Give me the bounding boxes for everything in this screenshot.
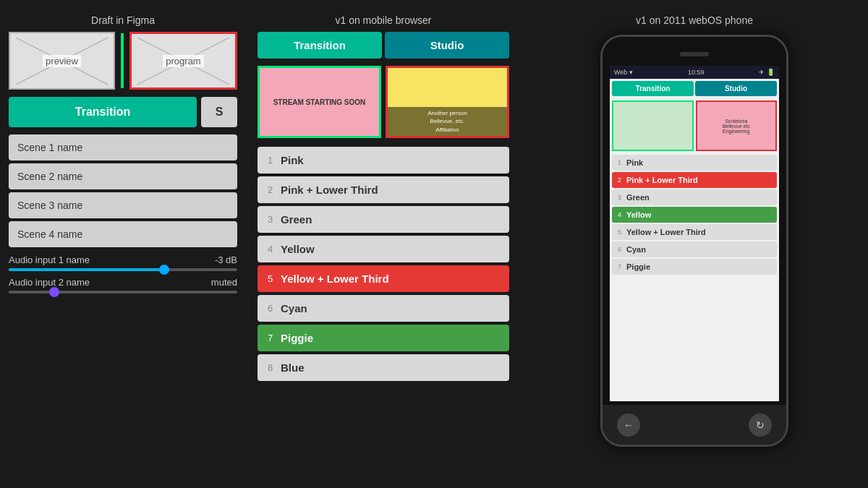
phone-preview-text: ScritelonaBellevue etcEngineering: [721, 117, 752, 135]
left-panel: Draft in Figma preview program Transitio…: [0, 0, 246, 488]
phone-scene-1-num: 1: [618, 159, 626, 166]
program-box: program: [129, 32, 237, 90]
phone-tab-row: Transition Studio: [610, 79, 779, 98]
audio2-fill: [9, 291, 54, 294]
phone-scene-4-num: 4: [618, 211, 626, 218]
mid-panel: v1 on mobile browser Transition Studio S…: [246, 0, 521, 488]
mid-tab-studio[interactable]: Studio: [385, 32, 509, 59]
audio2-slider-track[interactable]: [9, 291, 237, 294]
scene-item-3[interactable]: Scene 3 name: [9, 192, 237, 218]
mid-scene-1-num: 1: [268, 155, 281, 166]
phone-scene-6-label: Cyan: [626, 245, 646, 254]
mid-scene-8-num: 8: [268, 362, 281, 373]
audio-section: Audio input 1 name -3 dB Audio input 2 n…: [9, 254, 237, 294]
mid-scene-3[interactable]: 3 Green: [258, 206, 509, 233]
phone-speaker: [680, 52, 709, 56]
right-title: v1 on 2011 webOS phone: [636, 7, 753, 32]
audio-row-1: Audio input 1 name -3 dB: [9, 254, 237, 271]
mid-scene-4-label: Yellow: [281, 243, 315, 255]
phone-scene-2-label: Pink + Lower Third: [626, 176, 698, 184]
scene-item-2[interactable]: Scene 2 name: [9, 163, 237, 189]
phone-scene-7-num: 7: [618, 263, 626, 270]
mid-scene-5-label: Yellow + Lower Third: [281, 273, 389, 285]
mid-scene-5[interactable]: 5 Yellow + Lower Third: [258, 265, 509, 292]
audio-header-1: Audio input 1 name -3 dB: [9, 254, 237, 265]
phone-scene-7[interactable]: 7 Piggie: [612, 259, 777, 275]
phone-back-btn[interactable]: ←: [617, 414, 640, 437]
green-bar: [121, 33, 124, 88]
mid-scene-3-label: Green: [281, 213, 312, 226]
mid-scene-7-label: Piggie: [281, 332, 313, 344]
phone-scene-6[interactable]: 6 Cyan: [612, 241, 777, 257]
stream-text: STREAM STARTING SOON: [273, 98, 366, 106]
transition-button[interactable]: Transition: [9, 97, 197, 127]
phone-scene-4-label: Yellow: [626, 210, 651, 219]
mid-tab-row: Transition Studio: [258, 32, 509, 59]
mid-title: v1 on mobile browser: [258, 7, 509, 32]
mid-preview-yellow: Another personBellevue, etc.Affiliation: [386, 66, 509, 138]
mid-scene-1-label: Pink: [281, 154, 304, 166]
mid-scene-8[interactable]: 8 Blue: [258, 354, 509, 381]
preview-row: preview program: [9, 32, 237, 90]
phone-scene-5-label: Yellow + Lower Third: [626, 228, 706, 236]
audio1-slider-track[interactable]: [9, 268, 237, 271]
phone-scene-1-label: Pink: [626, 158, 643, 167]
s-button[interactable]: S: [201, 97, 237, 127]
mid-scene-5-num: 5: [268, 273, 281, 284]
mid-scene-2[interactable]: 2 Pink + Lower Third: [258, 176, 509, 203]
phone-status-icons: ✈ 🔋: [759, 69, 775, 76]
preview-box: preview: [9, 32, 115, 90]
phone-scene-2-num: 2: [618, 176, 626, 184]
phone-status-bar: Web ▾ 10:59 ✈ 🔋: [610, 66, 779, 79]
phone-refresh-btn[interactable]: ↻: [749, 414, 772, 437]
phone-device: Web ▾ 10:59 ✈ 🔋 Transition Studio Scrite…: [600, 35, 788, 447]
mid-scene-7-num: 7: [268, 333, 281, 343]
mid-scene-6-label: Cyan: [281, 302, 307, 314]
phone-scene-7-label: Piggie: [626, 262, 650, 271]
phone-scene-2[interactable]: 2 Pink + Lower Third: [612, 172, 777, 188]
audio2-label: Audio input 2 name: [9, 277, 90, 288]
mid-scene-3-num: 3: [268, 214, 281, 225]
lower-third-text: Another personBellevue, etc.Affiliation: [388, 107, 507, 136]
preview-label: preview: [43, 55, 81, 67]
phone-scene-3-num: 3: [618, 194, 626, 201]
scene-item-4[interactable]: Scene 4 name: [9, 221, 237, 247]
audio1-thumb[interactable]: [159, 265, 169, 275]
mid-preview-row: STREAM STARTING SOON Another personBelle…: [258, 66, 509, 138]
phone-preview-green: [612, 100, 694, 151]
phone-screen: Web ▾ 10:59 ✈ 🔋 Transition Studio Scrite…: [610, 66, 779, 401]
mid-scene-list: 1 Pink 2 Pink + Lower Third 3 Green 4 Ye…: [258, 147, 509, 381]
phone-scene-1[interactable]: 1 Pink: [612, 155, 777, 171]
program-label: program: [163, 55, 203, 67]
audio2-thumb[interactable]: [49, 287, 59, 297]
phone-tab-transition[interactable]: Transition: [612, 81, 694, 96]
phone-nav-bar: ← ↻: [603, 405, 786, 445]
phone-scene-3-label: Green: [626, 193, 650, 202]
mid-tab-transition[interactable]: Transition: [258, 32, 382, 59]
scene-item-1[interactable]: Scene 1 name: [9, 134, 237, 160]
transition-btn-row: Transition S: [9, 97, 237, 127]
mid-scene-2-label: Pink + Lower Third: [281, 184, 378, 196]
mid-scene-1[interactable]: 1 Pink: [258, 147, 509, 174]
audio2-value: muted: [211, 277, 237, 288]
mid-scene-4[interactable]: 4 Yellow: [258, 236, 509, 262]
lower-third-content: Another personBellevue, etc.Affiliation: [427, 110, 467, 133]
phone-scene-5[interactable]: 5 Yellow + Lower Third: [612, 224, 777, 240]
phone-tab-studio[interactable]: Studio: [695, 81, 777, 96]
phone-scene-3[interactable]: 3 Green: [612, 189, 777, 205]
mid-scene-7[interactable]: 7 Piggie: [258, 325, 509, 351]
audio-header-2: Audio input 2 name muted: [9, 277, 237, 288]
phone-preview-red: ScritelonaBellevue etcEngineering: [696, 100, 778, 151]
phone-scene-6-num: 6: [618, 246, 626, 253]
phone-scene-4[interactable]: 4 Yellow: [612, 207, 777, 223]
audio1-fill: [9, 268, 164, 271]
phone-scene-list: 1 Pink 2 Pink + Lower Third 3 Green 4 Ye…: [610, 153, 779, 276]
mid-scene-6[interactable]: 6 Cyan: [258, 295, 509, 322]
mid-scene-2-num: 2: [268, 184, 281, 195]
audio-row-2: Audio input 2 name muted: [9, 277, 237, 294]
audio1-value: -3 dB: [215, 254, 237, 265]
scene-list: Scene 1 name Scene 2 name Scene 3 name S…: [9, 134, 237, 247]
phone-previews: ScritelonaBellevue etcEngineering: [610, 98, 779, 153]
right-panel: v1 on 2011 webOS phone Web ▾ 10:59 ✈ 🔋 T…: [521, 0, 868, 488]
mid-scene-6-num: 6: [268, 303, 281, 314]
